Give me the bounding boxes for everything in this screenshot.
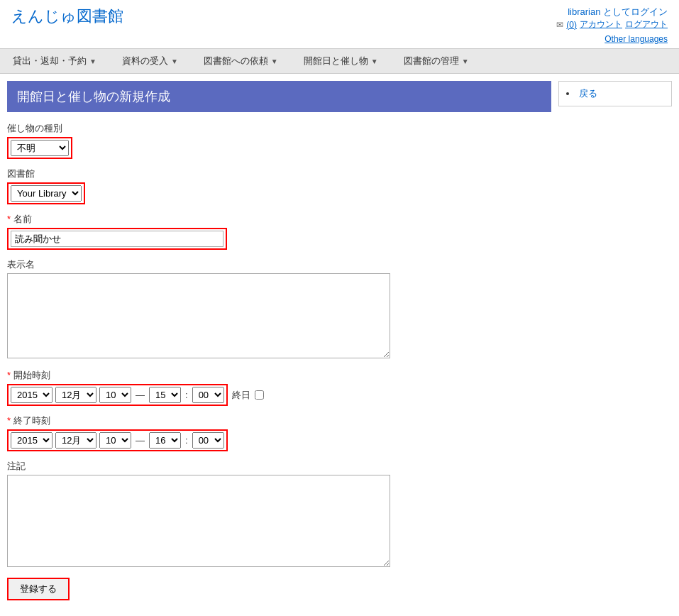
library-group: 図書館 Your Library その他 — [7, 167, 551, 204]
start-month-select[interactable]: 1月2月3月4月5月6月7月8月9月10月11月12月 — [55, 387, 96, 403]
account-link[interactable]: アカウント — [580, 18, 622, 31]
name-label: 名前 — [7, 213, 551, 226]
main-nav: 貸出・返却・予約 ▼ 資料の受入 ▼ 図書館への依頼 ▼ 開館日と催し物 ▼ 図… — [0, 48, 679, 74]
start-min-select[interactable]: 00153045 — [192, 387, 224, 403]
site-title-link[interactable]: えんじゅ図書館 — [11, 7, 123, 25]
end-time-group: 終了時刻 20132014201520162017 1月2月3月4月5月6月7月… — [7, 414, 551, 451]
start-time-outline: 20132014201520162017 1月2月3月4月5月6月7月8月9月1… — [7, 384, 228, 406]
event-type-select[interactable]: 不明 展示会 イベント セミナー — [11, 140, 69, 156]
login-text: librarian としてログイン — [556, 6, 668, 18]
start-hour-select[interactable]: 01234567891011121314151617181920212223 — [149, 387, 181, 403]
end-time-outline: 20132014201520162017 1月2月3月4月5月6月7月8月9月1… — [7, 429, 228, 451]
nav-events-arrow: ▼ — [371, 57, 378, 65]
end-colon: : — [184, 435, 189, 446]
mail-icon: ✉ — [556, 20, 563, 30]
nav-admin[interactable]: 図書館の管理 ▼ — [391, 49, 482, 73]
start-time-group: 開始時刻 20132014201520162017 1月2月3月4月5月6月7月… — [7, 369, 551, 406]
display-name-group: 表示名 — [7, 258, 551, 361]
nav-request-arrow: ▼ — [271, 57, 278, 65]
start-dash: — — [134, 390, 146, 400]
allday-label: 終日 — [232, 389, 250, 402]
display-name-label: 表示名 — [7, 258, 551, 271]
start-year-select[interactable]: 20132014201520162017 — [11, 387, 53, 403]
nav-acquire[interactable]: 資料の受入 ▼ — [109, 49, 191, 73]
library-select[interactable]: Your Library その他 — [11, 185, 82, 202]
nav-admin-arrow: ▼ — [462, 57, 469, 65]
allday-checkbox[interactable] — [255, 390, 264, 400]
submit-group: 登録する — [7, 578, 551, 600]
other-languages-link[interactable]: Other languages — [605, 34, 668, 44]
page-title: 開館日と催し物の新規作成 — [7, 81, 551, 112]
library-label: 図書館 — [7, 167, 551, 180]
sidebar-back-item: 戻る — [566, 86, 664, 101]
logout-link[interactable]: ログアウト — [625, 18, 668, 31]
note-label: 注記 — [7, 460, 551, 473]
sidebar-back-list: 戻る — [558, 81, 672, 106]
site-title: えんじゅ図書館 — [11, 6, 123, 27]
name-input[interactable] — [11, 231, 223, 247]
end-day-select[interactable]: 1234567891011121314151617181920212223242… — [99, 432, 131, 449]
notifications-link[interactable]: (0) — [566, 20, 577, 30]
library-outline: Your Library その他 — [7, 182, 85, 204]
name-outline — [7, 228, 227, 250]
display-name-textarea[interactable] — [7, 273, 390, 358]
nav-request[interactable]: 図書館への依頼 ▼ — [191, 49, 291, 73]
end-year-select[interactable]: 20132014201520162017 — [11, 432, 53, 449]
end-hour-select[interactable]: 01234567891011121314151617181920212223 — [149, 432, 181, 449]
start-colon: : — [184, 390, 189, 400]
start-time-label: 開始時刻 — [7, 369, 551, 382]
end-month-select[interactable]: 1月2月3月4月5月6月7月8月9月10月11月12月 — [55, 432, 96, 449]
start-day-select[interactable]: 1234567891011121314151617181920212223242… — [99, 387, 131, 403]
sidebar: 戻る — [558, 81, 672, 600]
note-textarea[interactable] — [7, 475, 390, 567]
end-dash: — — [134, 435, 146, 446]
back-link[interactable]: 戻る — [579, 88, 597, 99]
end-time-label: 終了時刻 — [7, 414, 551, 427]
submit-button[interactable]: 登録する — [7, 578, 70, 600]
event-type-group: 催し物の種別 不明 展示会 イベント セミナー — [7, 122, 551, 159]
event-type-outline: 不明 展示会 イベント セミナー — [7, 137, 72, 159]
nav-lending-arrow: ▼ — [89, 57, 96, 65]
nav-lending[interactable]: 貸出・返却・予約 ▼ — [0, 49, 109, 73]
name-group: 名前 — [7, 213, 551, 250]
nav-acquire-arrow: ▼ — [171, 57, 178, 65]
end-min-select[interactable]: 00153045 — [192, 432, 224, 449]
nav-events[interactable]: 開館日と催し物 ▼ — [291, 49, 391, 73]
event-type-label: 催し物の種別 — [7, 122, 551, 135]
note-group: 注記 — [7, 460, 551, 569]
